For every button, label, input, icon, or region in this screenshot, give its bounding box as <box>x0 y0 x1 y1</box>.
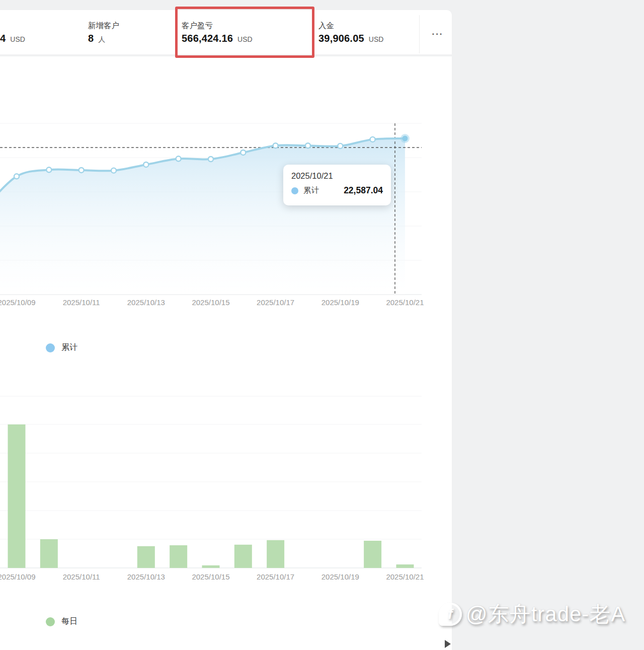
stat-card-deposit[interactable]: 入金 39,906.05 USD <box>318 20 383 44</box>
highlight-annotation-box <box>175 7 314 58</box>
x-axis-label: 2025/10/17 <box>244 572 308 581</box>
legend-cumulative[interactable]: 累计 <box>46 342 77 353</box>
stat-value: 8 <box>88 33 94 44</box>
stat-label <box>0 20 25 31</box>
tooltip-series-value: 22,587.04 <box>344 185 383 196</box>
stat-unit: USD <box>10 35 25 43</box>
legend-daily-label: 每日 <box>61 616 77 627</box>
stat-value: 4 <box>0 33 6 44</box>
x-axis-label: 2025/10/13 <box>114 572 178 581</box>
stat-card-new-customers[interactable]: 新增客户 8 人 <box>88 20 119 44</box>
legend-cumulative-label: 累计 <box>61 342 77 353</box>
tooltip-series-dot-icon <box>291 187 298 194</box>
stat-card-balance[interactable]: 4 USD <box>0 20 25 44</box>
x-axis-label: 2025/10/21 <box>373 298 437 307</box>
x-axis-label: 2025/10/15 <box>179 298 243 307</box>
stat-unit: 人 <box>98 35 105 44</box>
legend-daily-dot-icon <box>46 617 55 626</box>
watermark-text: @东舟trade-老A <box>466 600 625 628</box>
x-axis-label: 2025/10/09 <box>0 572 49 581</box>
chart-tooltip: 2025/10/21 累计 22,587.04 <box>283 165 391 205</box>
legend-daily[interactable]: 每日 <box>46 616 77 627</box>
stat-unit: USD <box>369 35 384 43</box>
x-axis-label: 2025/10/19 <box>308 298 372 307</box>
legend-cumulative-dot-icon <box>46 343 55 352</box>
x-axis-label: 2025/10/11 <box>49 572 114 581</box>
x-axis-label: 2025/10/09 <box>0 298 49 307</box>
tooltip-date: 2025/10/21 <box>291 171 383 181</box>
x-axis-label: 2025/10/21 <box>373 572 437 581</box>
scroll-right-arrow-icon[interactable] <box>445 640 451 648</box>
x-axis-label: 2025/10/17 <box>244 298 308 307</box>
app-content-panel: 4 USD 新增客户 8 人 客户盈亏 566,424.16 USD 入金 39… <box>0 0 452 650</box>
x-axis-label: 2025/10/15 <box>179 572 243 581</box>
stat-label: 新增客户 <box>88 20 119 31</box>
line-chart-x-axis: 2025/10/092025/10/112025/10/132025/10/15… <box>0 298 452 309</box>
tooltip-series-name: 累计 <box>303 185 319 196</box>
x-axis-label: 2025/10/19 <box>308 572 372 581</box>
bar-chart-x-axis: 2025/10/092025/10/112025/10/132025/10/15… <box>0 572 452 584</box>
charts-canvas[interactable] <box>0 0 452 650</box>
more-options-button[interactable]: ··· <box>427 27 449 41</box>
x-axis-label: 2025/10/11 <box>49 298 114 307</box>
watermark: f @东舟trade-老A <box>439 600 625 628</box>
stat-value: 39,906.05 <box>318 33 364 44</box>
x-axis-label: 2025/10/13 <box>114 298 178 307</box>
stat-label: 入金 <box>318 20 383 31</box>
